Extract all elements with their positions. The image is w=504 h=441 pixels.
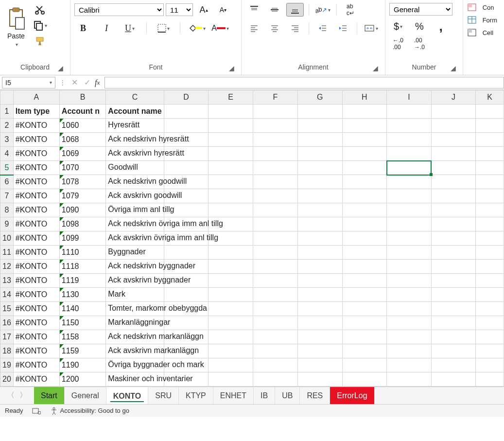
sheet-tab-general[interactable]: General [65,387,106,404]
cell-C15[interactable]: Tomter, markomr obebyggda [106,302,164,316]
number-dialog-launcher[interactable]: ◢ [449,64,457,72]
decrease-indent-button[interactable] [314,21,331,35]
cell-E15[interactable] [209,302,253,316]
col-header-A[interactable]: A [13,90,59,105]
font-color-button[interactable]: A▾ [211,21,229,35]
cell-B18[interactable]: 1159 [59,344,106,358]
cell-C12[interactable]: Ack nedskrivn byggnader [106,260,164,274]
cell-G6[interactable] [297,175,342,189]
cell-J5[interactable] [431,161,476,175]
align-right-button[interactable] [286,21,304,35]
cell-K9[interactable] [476,217,504,231]
cell-A17[interactable]: #KONTO [13,330,59,344]
cell-E20[interactable] [209,372,253,387]
row-header-10[interactable]: 10 [0,231,14,246]
cell-B14[interactable]: 1130 [59,288,106,302]
row-header-6[interactable]: 6 [0,175,14,189]
cell-C8[interactable]: Övriga imm anl tillg [106,203,164,217]
cell-I17[interactable] [387,330,431,344]
cell-C17[interactable]: Ack nedskrivn markanläggn [106,330,164,344]
cell-G15[interactable] [297,302,342,316]
cell-A14[interactable]: #KONTO [13,288,59,302]
cell-F10[interactable] [253,231,298,246]
cell-K20[interactable] [476,372,504,387]
cell-J14[interactable] [431,288,476,302]
cell-K4[interactable] [476,147,504,161]
cell-B7[interactable]: 1079 [59,189,106,203]
col-header-J[interactable]: J [431,90,476,105]
cell-G2[interactable] [297,119,342,133]
cell-A9[interactable]: #KONTO [13,217,59,231]
cell-G4[interactable] [297,147,342,161]
cell-G11[interactable] [297,246,342,260]
formula-bar[interactable] [104,77,504,88]
cell-I7[interactable] [387,189,431,203]
cell-C19[interactable]: Övriga byggnader och mark [106,358,164,372]
cell-J6[interactable] [431,175,476,189]
cell-H10[interactable] [342,231,387,246]
cell-G3[interactable] [297,133,342,147]
cell-G20[interactable] [297,372,342,387]
col-header-B[interactable]: B [59,90,106,105]
cell-F18[interactable] [253,344,298,358]
cell-B2[interactable]: 1060 [59,119,106,133]
col-header-D[interactable]: D [164,90,209,105]
cell-C4[interactable]: Ack avskrivn hyresrätt [106,147,164,161]
decrease-font-button[interactable]: A▾ [214,3,232,17]
cell-K10[interactable] [476,231,504,246]
cell-K15[interactable] [476,302,504,316]
cell-I13[interactable] [387,274,431,288]
cell-F14[interactable] [253,288,298,302]
col-header-H[interactable]: H [342,90,387,105]
col-header-I[interactable]: I [387,90,431,105]
increase-font-button[interactable]: A▴ [195,3,212,17]
cell-H9[interactable] [342,217,387,231]
cell-G18[interactable] [297,344,342,358]
cell-G16[interactable] [297,316,342,330]
row-header-20[interactable]: 20 [0,372,14,387]
cell-E5[interactable] [209,161,253,175]
row-header-18[interactable]: 18 [0,344,14,358]
cell-F5[interactable] [253,161,298,175]
sheet-tab-errorlog[interactable]: ErrorLog [330,387,374,404]
cell-K8[interactable] [476,203,504,217]
cell-B4[interactable]: 1069 [59,147,106,161]
cell-J1[interactable] [431,105,476,119]
cell-E7[interactable] [209,189,253,203]
cell-E6[interactable] [209,175,253,189]
cell-A7[interactable]: #KONTO [13,189,59,203]
conditional-formatting-button[interactable]: Con [467,3,494,12]
cell-G13[interactable] [297,274,342,288]
cell-H18[interactable] [342,344,387,358]
cell-H6[interactable] [342,175,387,189]
cell-I3[interactable] [387,133,431,147]
increase-decimal-button[interactable]: ←.0.00 [389,37,407,51]
cell-H20[interactable] [342,372,387,387]
cell-E11[interactable] [209,246,253,260]
cell-C1[interactable]: Account name [106,105,164,119]
cell-J18[interactable] [431,344,476,358]
cell-H5[interactable] [342,161,387,175]
cell-F7[interactable] [253,189,298,203]
cell-B5[interactable]: 1070 [59,161,106,175]
cell-C7[interactable]: Ack avskrivn goodwill [106,189,164,203]
cell-H2[interactable] [342,119,387,133]
cell-F6[interactable] [253,175,298,189]
col-header-G[interactable]: G [297,90,342,105]
cell-E14[interactable] [209,288,253,302]
tab-scroll-right-button[interactable]: 〉 [19,390,27,401]
row-header-11[interactable]: 11 [0,246,14,260]
worksheet-grid[interactable]: ABCDEFGHIJK1Item typeAccount nAccount na… [0,90,504,387]
cell-A15[interactable]: #KONTO [13,302,59,316]
cell-B19[interactable]: 1190 [59,358,106,372]
cell-J10[interactable] [431,231,476,246]
cell-I4[interactable] [387,147,431,161]
cell-E2[interactable] [209,119,253,133]
cell-H12[interactable] [342,260,387,274]
cell-I6[interactable] [387,175,431,189]
row-header-3[interactable]: 3 [0,133,14,147]
cell-H17[interactable] [342,330,387,344]
row-header-2[interactable]: 2 [0,119,14,133]
format-as-table-button[interactable]: Form [467,16,497,24]
row-header-14[interactable]: 14 [0,288,14,302]
